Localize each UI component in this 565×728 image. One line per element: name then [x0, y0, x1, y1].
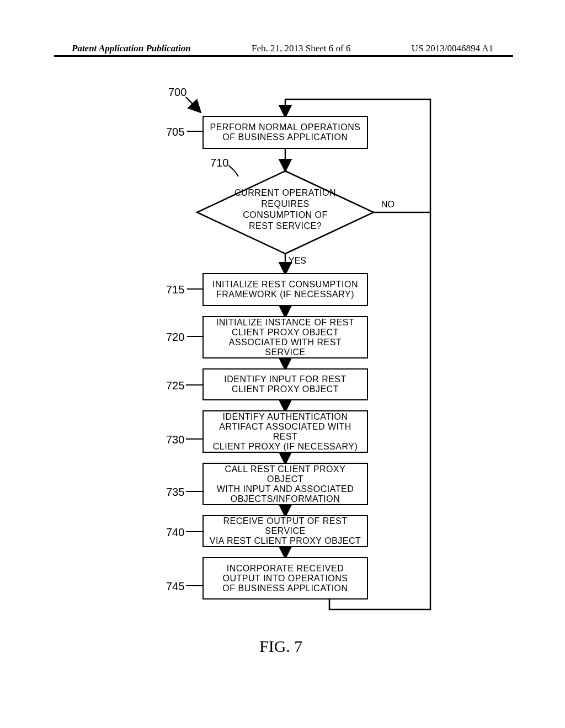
step-720-num: 720 — [166, 331, 184, 344]
step-705-num: 705 — [166, 126, 184, 138]
branch-yes: YES — [289, 256, 306, 266]
flowchart: 700 PERFORM NORMAL OPERATIONS OF BUSINES… — [98, 88, 467, 640]
header-rule — [54, 55, 513, 57]
step-705-box: PERFORM NORMAL OPERATIONS OF BUSINESS AP… — [202, 116, 368, 149]
branch-no: NO — [381, 200, 395, 210]
step-740-num: 740 — [166, 526, 184, 539]
step-730-num: 730 — [166, 433, 184, 446]
decision-710-text: CURRENT OPERATION REQUIRES CONSUMPTION O… — [230, 188, 340, 232]
header-mid: Feb. 21, 2013 Sheet 6 of 6 — [252, 43, 350, 54]
flow-ref-label: 700 — [168, 86, 186, 99]
step-720-box: INITIALIZE INSTANCE OF REST CLIENT PROXY… — [202, 316, 368, 358]
page-header: Patent Application Publication Feb. 21, … — [0, 43, 565, 54]
decision-710-num: 710 — [210, 157, 228, 169]
step-735-num: 735 — [166, 486, 184, 499]
header-left: Patent Application Publication — [72, 43, 191, 54]
step-740-box: RECEIVE OUTPUT OF REST SERVICE VIA REST … — [202, 515, 368, 547]
figure-label: FIG. 7 — [259, 637, 302, 656]
step-730-box: IDENTIFY AUTHENTICATION ARTIFACT ASSOCIA… — [202, 410, 368, 453]
diagram-canvas: 700 PERFORM NORMAL OPERATIONS OF BUSINES… — [0, 83, 565, 689]
step-735-box: CALL REST CLIENT PROXY OBJECT WITH INPUT… — [202, 463, 368, 505]
step-715-num: 715 — [166, 283, 184, 296]
step-715-box: INITIALIZE REST CONSUMPTION FRAMEWORK (I… — [202, 273, 368, 306]
header-right: US 2013/0046894 A1 — [412, 43, 493, 54]
step-725-box: IDENTIFY INPUT FOR REST CLIENT PROXY OBJ… — [202, 368, 368, 400]
step-745-box: INCORPORATE RECEIVED OUTPUT INTO OPERATI… — [202, 557, 368, 599]
step-725-num: 725 — [166, 379, 184, 392]
step-745-num: 745 — [166, 580, 184, 593]
